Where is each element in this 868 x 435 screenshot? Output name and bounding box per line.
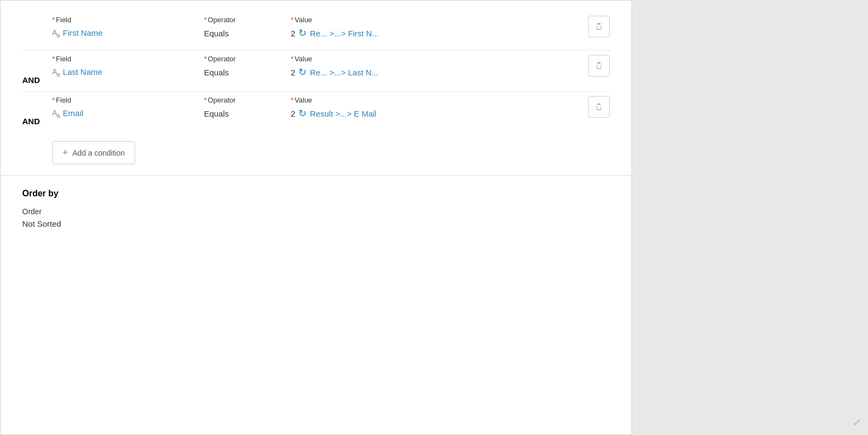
delete-button-3[interactable] [588,96,610,118]
field-labels-3: *Field *Operator *Value [52,96,577,104]
order-value: Not Sorted [22,219,610,228]
value-link-2[interactable]: Re... >...> Last N... [310,68,378,77]
field-labels-2: *Field *Operator *Value [52,55,577,63]
refresh-icon-3: ↻ [298,107,307,119]
text-type-icon-2: Aa [52,67,60,78]
field-label-text-1: Field [56,16,71,24]
value-item-2: 2 ↻ Re... >...> Last N... [291,66,577,78]
and-label-3: AND [22,96,52,126]
label-field-3: *Field [52,96,204,104]
operator-label-text-2: Operator [208,55,235,63]
operator-item-2: Equals [204,68,291,77]
required-star-operator-3: * [204,96,207,104]
condition-fields-2: *Field *Operator *Value Aa Last Name [52,55,577,82]
required-star-field-2: * [52,55,55,63]
field-name-link-1[interactable]: First Name [63,28,103,37]
condition-block-3: AND *Field *Operator *Value [22,92,610,132]
field-name-link-2[interactable]: Last Name [63,67,103,76]
label-value-3: *Value [291,96,312,104]
label-field-2: *Field [52,55,204,63]
operator-item-1: Equals [204,29,291,38]
delete-button-1[interactable] [588,16,610,37]
condition-row-1: *Field *Operator *Value Aa First Name [22,16,610,43]
refresh-icon-2: ↻ [298,66,307,78]
label-field-1: *Field [52,16,204,24]
value-label-text-2: Value [295,55,312,63]
value-link-3[interactable]: Result >...> E Mail [310,109,376,118]
value-item-1: 2 ↻ Re... >...> First N... [291,27,577,39]
field-item-2: Aa Last Name [52,67,204,78]
text-type-icon-1: Aa [52,28,60,39]
field-item-1: Aa First Name [52,28,204,39]
field-label-text-3: Field [56,96,71,104]
label-operator-2: *Operator [204,55,291,63]
value-num-1: 2 [291,29,295,38]
label-operator-1: *Operator [204,16,291,24]
expand-icon[interactable]: ⤢ [853,417,860,427]
main-panel: *Field *Operator *Value Aa First Name [0,0,632,435]
value-num-3: 2 [291,109,295,118]
field-values-1: Aa First Name Equals 2 ↻ Re... >...> Fir… [52,27,577,39]
required-star-operator-2: * [204,55,207,63]
required-star-field-3: * [52,96,55,104]
field-name-link-3[interactable]: Email [63,108,84,118]
condition-row-2: AND *Field *Operator *Value [22,55,610,85]
condition-block-1: *Field *Operator *Value Aa First Name [22,11,610,50]
value-label-text-1: Value [295,16,312,24]
label-value-1: *Value [291,16,312,24]
operator-label-text-1: Operator [208,16,235,24]
right-panel: ⤢ [632,0,868,435]
delete-button-2[interactable] [588,55,610,76]
value-link-1[interactable]: Re... >...> First N... [310,29,379,38]
order-by-title: Order by [22,189,610,199]
add-condition-label: Add a condition [73,149,125,157]
required-star-field-1: * [52,16,55,24]
required-star-value-1: * [291,16,293,24]
field-label-text-2: Field [56,55,71,63]
label-value-2: *Value [291,55,312,63]
field-values-2: Aa Last Name Equals 2 ↻ Re... >...> Last… [52,66,577,78]
value-num-2: 2 [291,68,295,77]
trash-icon-2 [595,61,603,70]
conditions-section: *Field *Operator *Value Aa First Name [1,1,631,176]
order-label: Order [22,207,610,216]
required-star-value-2: * [291,55,293,63]
condition-fields-3: *Field *Operator *Value Aa Email [52,96,577,124]
trash-icon-1 [595,22,603,31]
field-labels-1: *Field *Operator *Value [52,16,577,24]
value-label-text-3: Value [295,96,312,104]
trash-icon-3 [595,103,603,111]
required-star-value-3: * [291,96,293,104]
add-condition-button[interactable]: + Add a condition [52,141,135,164]
order-by-section: Order by Order Not Sorted [1,176,631,241]
condition-row-3: AND *Field *Operator *Value [22,96,610,126]
plus-icon: + [62,147,68,158]
field-values-3: Aa Email Equals 2 ↻ Result >...> E Mail [52,107,577,119]
value-item-3: 2 ↻ Result >...> E Mail [291,107,577,119]
label-operator-3: *Operator [204,96,291,104]
required-star-operator-1: * [204,16,207,24]
condition-fields-1: *Field *Operator *Value Aa First Name [52,16,577,43]
field-item-3: Aa Email [52,108,204,119]
operator-label-text-3: Operator [208,96,235,104]
refresh-icon-1: ↻ [298,27,307,39]
operator-item-3: Equals [204,109,291,118]
and-label-2: AND [22,55,52,85]
text-type-icon-3: Aa [52,108,60,119]
condition-block-2: AND *Field *Operator *Value [22,50,610,91]
